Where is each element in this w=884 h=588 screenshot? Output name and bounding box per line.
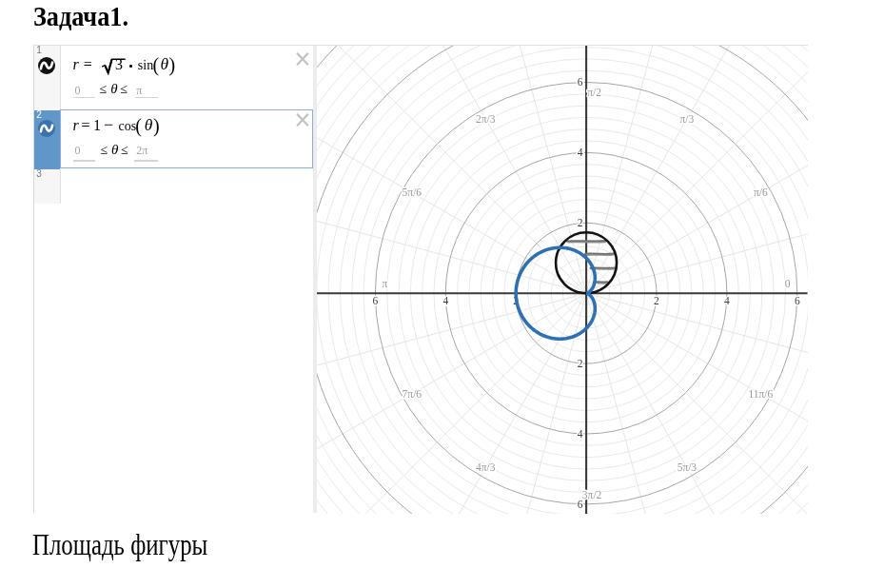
svg-text:5π/6: 5π/6 [403,186,422,198]
svg-text:4: 4 [442,295,448,306]
svg-text:4π/3: 4π/3 [476,461,496,473]
svg-text:4: 4 [724,295,730,306]
svg-text:2: 2 [578,217,583,228]
svg-text:2π/3: 2π/3 [476,113,496,125]
svg-text:3π/2: 3π/2 [582,488,602,500]
svg-text:6: 6 [795,295,800,306]
svg-text:4: 4 [578,147,583,158]
svg-text:5π/3: 5π/3 [678,461,697,473]
svg-text:2: 2 [578,358,583,369]
svg-text:11π/6: 11π/6 [748,388,773,400]
svg-text:π: π [383,278,388,289]
svg-text:π/3: π/3 [680,113,695,125]
svg-text:π/2: π/2 [587,86,601,97]
svg-text:0: 0 [785,278,791,289]
svg-text:4: 4 [578,428,583,440]
svg-text:7π/6: 7π/6 [403,388,422,400]
svg-text:2: 2 [654,295,659,306]
svg-text:6: 6 [373,295,379,306]
svg-text:π/6: π/6 [754,186,768,198]
svg-text:6: 6 [578,76,583,88]
